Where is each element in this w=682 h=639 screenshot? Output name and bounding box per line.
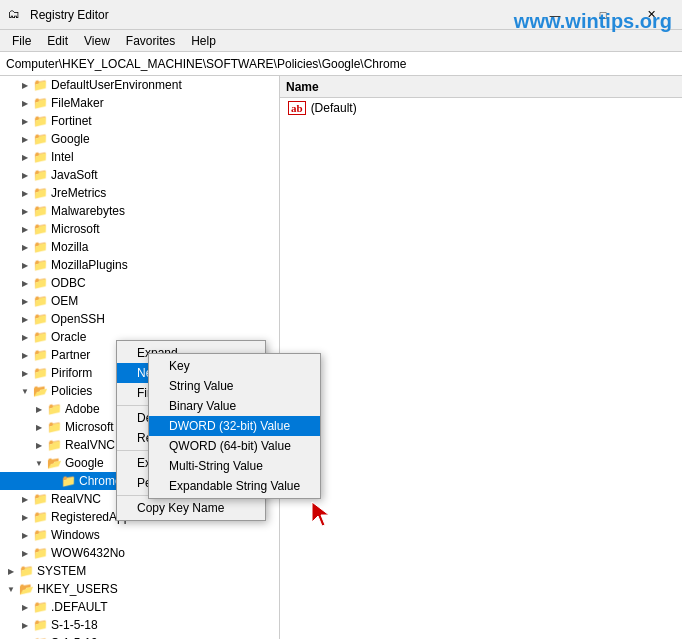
right-panel: Name ab (Default)	[280, 76, 682, 639]
tree-item-mozilla[interactable]: Mozilla	[0, 238, 279, 256]
tree-item-system[interactable]: SYSTEM	[0, 562, 279, 580]
close-button[interactable]: ✕	[628, 5, 674, 25]
folder-icon	[32, 95, 48, 111]
expand-icon[interactable]	[32, 456, 46, 470]
tree-label: SYSTEM	[37, 564, 86, 578]
expand-icon[interactable]	[18, 186, 32, 200]
expand-icon[interactable]	[18, 600, 32, 614]
expand-icon[interactable]	[18, 258, 32, 272]
tree-item-malwarebytes[interactable]: Malwarebytes	[0, 202, 279, 220]
tree-item-s-1-5-19[interactable]: S-1-5-19	[0, 634, 279, 639]
context-menu-copy-key[interactable]: Copy Key Name	[117, 498, 265, 518]
folder-icon	[32, 599, 48, 615]
expand-icon[interactable]	[18, 276, 32, 290]
expand-icon[interactable]	[18, 150, 32, 164]
address-bar: Computer\HKEY_LOCAL_MACHINE\SOFTWARE\Pol…	[0, 52, 682, 76]
tree-item-fortinet[interactable]: Fortinet	[0, 112, 279, 130]
title-bar-text: Registry Editor	[30, 8, 526, 22]
expand-icon[interactable]	[18, 366, 32, 380]
registry-entry-default[interactable]: ab (Default)	[280, 98, 682, 118]
submenu-dword-value[interactable]: DWORD (32-bit) Value	[149, 416, 320, 436]
minimize-button[interactable]: —	[532, 5, 578, 25]
menu-help[interactable]: Help	[183, 32, 224, 50]
expand-icon[interactable]	[18, 78, 32, 92]
expand-icon[interactable]	[18, 384, 32, 398]
expand-icon[interactable]	[18, 204, 32, 218]
main-content: DefaultUserEnvironment FileMaker Fortine…	[0, 76, 682, 639]
tree-item-google[interactable]: Google	[0, 130, 279, 148]
submenu-key[interactable]: Key	[149, 356, 320, 376]
expand-icon[interactable]	[18, 510, 32, 524]
expand-icon[interactable]	[18, 312, 32, 326]
tree-label: MozillaPlugins	[51, 258, 128, 272]
tree-item-s-1-5-18[interactable]: S-1-5-18	[0, 616, 279, 634]
app-icon: 🗂	[8, 7, 24, 23]
tree-label: Mozilla	[51, 240, 88, 254]
expand-icon[interactable]	[18, 492, 32, 506]
menu-file[interactable]: File	[4, 32, 39, 50]
tree-item-filemaker[interactable]: FileMaker	[0, 94, 279, 112]
expand-icon[interactable]	[18, 546, 32, 560]
ab-icon: ab	[288, 101, 306, 115]
folder-icon	[32, 77, 48, 93]
tree-item-odbc[interactable]: ODBC	[0, 274, 279, 292]
submenu-expandable-string[interactable]: Expandable String Value	[149, 476, 320, 496]
folder-icon	[32, 311, 48, 327]
tree-label: Intel	[51, 150, 74, 164]
expand-icon[interactable]	[18, 96, 32, 110]
expand-icon[interactable]	[18, 114, 32, 128]
tree-label: Microsoft	[51, 222, 100, 236]
folder-icon	[32, 383, 48, 399]
tree-item-jremetrics[interactable]: JreMetrics	[0, 184, 279, 202]
tree-label: ODBC	[51, 276, 86, 290]
folder-icon	[32, 149, 48, 165]
expand-icon[interactable]	[18, 240, 32, 254]
tree-item-mozillaplugins[interactable]: MozillaPlugins	[0, 256, 279, 274]
tree-label: Malwarebytes	[51, 204, 125, 218]
expand-icon[interactable]	[32, 438, 46, 452]
folder-icon	[46, 455, 62, 471]
tree-item-intel[interactable]: Intel	[0, 148, 279, 166]
submenu-qword-value[interactable]: QWORD (64-bit) Value	[149, 436, 320, 456]
submenu-string-value[interactable]: String Value	[149, 376, 320, 396]
menu-view[interactable]: View	[76, 32, 118, 50]
expand-icon[interactable]	[18, 168, 32, 182]
expand-icon[interactable]	[18, 618, 32, 632]
tree-item-wow6432[interactable]: WOW6432No	[0, 544, 279, 562]
tree-item-microsoft[interactable]: Microsoft	[0, 220, 279, 238]
folder-icon	[18, 581, 34, 597]
folder-icon	[32, 329, 48, 345]
name-column-header: Name	[286, 80, 319, 94]
tree-item-default[interactable]: .DEFAULT	[0, 598, 279, 616]
expand-icon[interactable]	[18, 330, 32, 344]
submenu-binary-value[interactable]: Binary Value	[149, 396, 320, 416]
expand-icon[interactable]	[4, 564, 18, 578]
maximize-button[interactable]: □	[580, 5, 626, 25]
tree-item-javasoft[interactable]: JavaSoft	[0, 166, 279, 184]
tree-label: .DEFAULT	[51, 600, 107, 614]
expand-icon[interactable]	[32, 402, 46, 416]
tree-item-oem[interactable]: OEM	[0, 292, 279, 310]
tree-item-windows[interactable]: Windows	[0, 526, 279, 544]
expand-icon[interactable]	[18, 294, 32, 308]
title-bar-controls: — □ ✕	[532, 5, 674, 25]
folder-icon	[32, 167, 48, 183]
tree-item-defaultuserenvironment[interactable]: DefaultUserEnvironment	[0, 76, 279, 94]
folder-icon	[32, 365, 48, 381]
menu-edit[interactable]: Edit	[39, 32, 76, 50]
submenu-multi-string[interactable]: Multi-String Value	[149, 456, 320, 476]
folder-icon	[46, 437, 62, 453]
menu-bar: File Edit View Favorites Help	[0, 30, 682, 52]
tree-item-hkey-users[interactable]: HKEY_USERS	[0, 580, 279, 598]
expand-icon[interactable]	[32, 420, 46, 434]
folder-icon	[32, 527, 48, 543]
folder-icon	[32, 221, 48, 237]
tree-item-openssh[interactable]: OpenSSH	[0, 310, 279, 328]
expand-icon[interactable]	[18, 222, 32, 236]
expand-icon[interactable]	[18, 528, 32, 542]
expand-icon[interactable]	[18, 348, 32, 362]
expand-icon[interactable]	[4, 582, 18, 596]
menu-favorites[interactable]: Favorites	[118, 32, 183, 50]
folder-icon	[32, 203, 48, 219]
expand-icon[interactable]	[18, 132, 32, 146]
